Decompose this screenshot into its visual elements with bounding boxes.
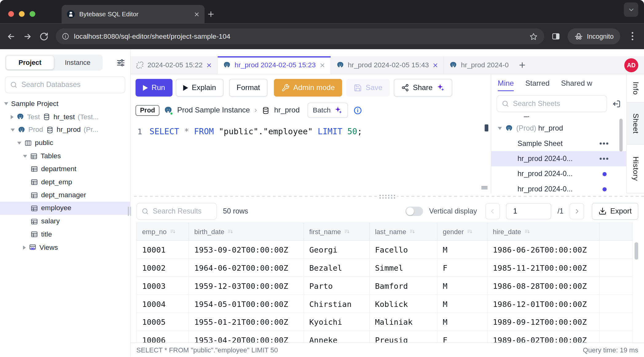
table-cell[interactable]: 10005 (136, 313, 189, 331)
table-cell[interactable]: 10006 (136, 331, 189, 343)
sheet-item[interactable]: hr_prod 2024-0... (491, 116, 626, 121)
caret-down-icon[interactable] (17, 142, 21, 144)
tree-item-schema-public[interactable]: public (0, 136, 130, 150)
sort-icon[interactable] (467, 228, 473, 235)
minimize-window-button[interactable] (19, 11, 25, 17)
tree-item-views-group[interactable]: Views (0, 241, 130, 254)
database-name[interactable]: hr_prod (274, 106, 300, 115)
table-cell[interactable]: 1964-06-02T00:00:00Z (189, 258, 304, 277)
table-cell[interactable]: 1989-06-02T00:00:00Z (487, 331, 599, 343)
avatar[interactable]: AD (624, 58, 638, 72)
next-page-button[interactable] (570, 203, 584, 219)
sql-editor[interactable]: 1 SELECT * FROM "public"."employee" LIMI… (131, 122, 491, 194)
table-cell[interactable]: 1986-06-26T00:00:00Z (487, 241, 599, 259)
page-number-input[interactable]: 1 (506, 203, 551, 219)
bookmark-star-icon[interactable] (529, 32, 538, 41)
caret-right-icon[interactable] (23, 245, 26, 249)
table-cell[interactable]: 10003 (136, 277, 189, 295)
editor-tab[interactable]: hr_prod 2024-0 (444, 56, 514, 74)
table-cell[interactable]: M (437, 313, 487, 331)
tab-starred[interactable]: Starred (525, 79, 550, 91)
table-cell[interactable]: 1985-11-21T00:00:00Z (487, 258, 599, 277)
table-cell[interactable]: 1986-08-28T00:00:00Z (487, 277, 599, 295)
table-cell[interactable]: 1953-04-20T00:00:00Z (189, 331, 304, 343)
more-actions-icon[interactable] (600, 158, 608, 160)
forward-icon[interactable] (23, 32, 32, 41)
address-bar[interactable]: localhost:8080/sql-editor/sheet/project-… (56, 28, 544, 44)
tab-instance[interactable]: Instance (54, 56, 101, 69)
editor-tab[interactable]: 2024-02-05 15:22 (131, 56, 218, 74)
sort-icon[interactable] (227, 228, 234, 235)
search-sheets-input[interactable]: Search Sheets (497, 95, 607, 112)
save-button[interactable]: Save (346, 79, 390, 96)
table-cell[interactable]: 1953-09-02T00:00:00Z (189, 241, 304, 259)
explain-button[interactable]: Explain (176, 79, 223, 96)
sort-icon[interactable] (409, 228, 416, 235)
filter-settings-icon[interactable] (116, 58, 125, 67)
column-header-last_name[interactable]: last_name (369, 223, 437, 240)
tree-item-db-hr-test[interactable]: Testhr_test (Test... (0, 110, 130, 124)
table-cell[interactable]: Bamford (369, 277, 437, 295)
sort-icon[interactable] (170, 228, 176, 235)
column-header-birth_date[interactable]: birth_date (189, 223, 304, 240)
caret-down-icon[interactable] (4, 102, 8, 105)
collapse-panel-icon[interactable] (612, 99, 621, 108)
tab-info[interactable]: Info (627, 74, 644, 103)
browser-menu-icon[interactable] (632, 32, 633, 41)
table-cell[interactable]: Chirstian (304, 295, 370, 313)
table-cell[interactable]: Facello (369, 241, 437, 259)
browser-tab[interactable]: Bytebase SQL Editor (62, 5, 205, 23)
table-cell[interactable]: Maliniak (369, 313, 437, 331)
grid-scrollbar-thumb[interactable] (634, 242, 638, 260)
table-cell[interactable]: Parto (304, 277, 370, 295)
table-cell[interactable]: Simmel (369, 258, 437, 277)
column-header-emp_no[interactable]: emp_no (136, 223, 189, 240)
tree-item-tables-group[interactable]: Tables (0, 150, 130, 163)
tree-item-table-dept-emp[interactable]: dept_emp (0, 176, 130, 189)
caret-right-icon[interactable] (11, 115, 14, 119)
table-cell[interactable]: F (437, 331, 487, 343)
site-info-icon[interactable] (62, 33, 69, 40)
table-cell[interactable]: F (437, 258, 487, 277)
splitter-drag-handle[interactable] (378, 194, 397, 199)
tree-item-table-dept-manager[interactable]: dept_manager (0, 189, 130, 202)
zoom-window-button[interactable] (29, 11, 35, 17)
table-cell[interactable]: 1989-09-12T00:00:00Z (487, 313, 599, 331)
sheet-item[interactable]: hr_prod 2024-0... (491, 151, 626, 166)
batch-button[interactable]: Batch (308, 103, 348, 118)
table-cell[interactable]: Preusig (369, 331, 437, 343)
table-cell[interactable]: M (437, 241, 487, 259)
close-tab-icon[interactable] (320, 62, 325, 68)
tree-item-table-department[interactable]: department (0, 163, 130, 176)
vertical-display-toggle[interactable] (405, 206, 423, 216)
sheet-database-row[interactable]: (Prod) hr_prod (491, 121, 626, 136)
sort-icon[interactable] (344, 228, 350, 235)
caret-down-icon[interactable] (498, 127, 502, 130)
table-cell[interactable]: M (437, 277, 487, 295)
table-cell[interactable]: 1955-01-21T00:00:00Z (189, 313, 304, 331)
tree-item-db-hr-prod[interactable]: Prodhr_prod (Pr... (0, 124, 130, 137)
admin-mode-button[interactable]: Admin mode (274, 79, 342, 96)
editor-resize-grip[interactable] (481, 186, 488, 190)
search-results-input[interactable]: Search Results (136, 203, 217, 220)
tab-sheet[interactable]: Sheet (627, 103, 644, 145)
sheet-item[interactable]: hr_prod 2024-0... (491, 182, 626, 194)
sheet-item[interactable]: Sample Sheet (491, 136, 626, 151)
horizontal-splitter[interactable] (131, 194, 644, 199)
tab-shared-with-me[interactable]: Shared w (561, 79, 592, 91)
sheet-list-scrollbar[interactable] (619, 119, 623, 151)
table-cell[interactable]: 1986-12-01T00:00:00Z (487, 295, 599, 313)
column-header-first_name[interactable]: first_name (304, 223, 370, 240)
close-tab-icon[interactable] (433, 62, 438, 68)
tree-item-table-employee[interactable]: employee (0, 202, 130, 215)
add-sheet-tab-button[interactable] (514, 56, 530, 74)
editor-tab[interactable]: hr_prod 2024-02-05 15:23 (218, 56, 331, 74)
close-tab-icon[interactable] (194, 11, 200, 17)
column-header-gender[interactable]: gender (437, 223, 487, 240)
table-cell[interactable]: Anneke (304, 331, 370, 343)
table-cell[interactable]: Georgi (304, 241, 370, 259)
table-cell[interactable]: 10004 (136, 295, 189, 313)
tab-mine[interactable]: Mine (498, 79, 514, 91)
search-databases-input[interactable]: Search Databases (5, 76, 125, 93)
tab-search-button[interactable] (624, 2, 638, 17)
